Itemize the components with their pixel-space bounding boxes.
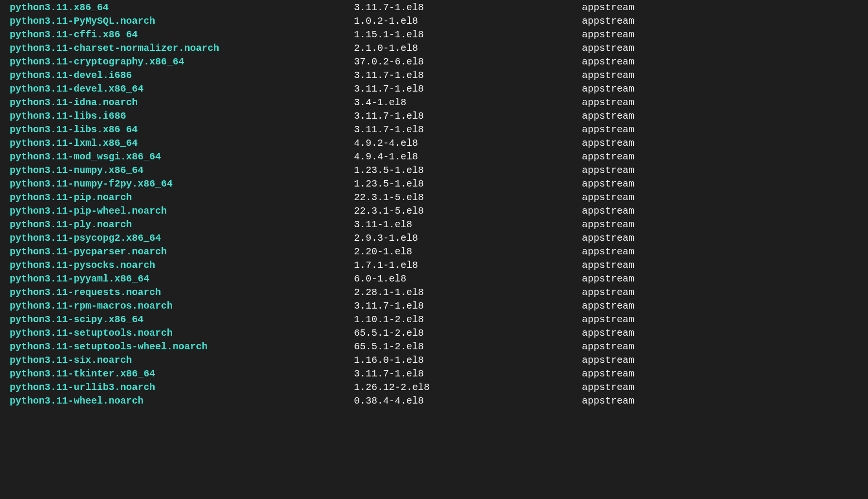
package-version: 1.10.1-2.el8 <box>354 313 582 327</box>
package-row: python3.11-pycparser.noarch2.20-1.el8app… <box>10 245 868 259</box>
package-repo: appstream <box>582 55 634 69</box>
package-name: python3.11-requests.noarch <box>10 286 354 299</box>
package-name: python3.11-pysocks.noarch <box>10 259 354 272</box>
package-version: 2.20-1.el8 <box>354 245 582 259</box>
package-row: python3.11-libs.i6863.11.7-1.el8appstrea… <box>10 109 868 123</box>
package-version: 1.15.1-1.el8 <box>354 28 582 42</box>
package-repo: appstream <box>582 137 634 150</box>
package-name: python3.11-tkinter.x86_64 <box>10 367 354 381</box>
package-row: python3.11-numpy.x86_641.23.5-1.el8appst… <box>10 164 868 177</box>
package-repo: appstream <box>582 340 634 354</box>
package-name: python3.11-libs.i686 <box>10 109 354 123</box>
package-repo: appstream <box>582 204 634 218</box>
package-name: python3.11-devel.x86_64 <box>10 82 354 96</box>
package-row: python3.11-pip-wheel.noarch22.3.1-5.el8a… <box>10 204 868 218</box>
package-repo: appstream <box>582 150 634 164</box>
package-row: python3.11-lxml.x86_644.9.2-4.el8appstre… <box>10 137 868 150</box>
package-name: python3.11-setuptools-wheel.noarch <box>10 340 354 354</box>
package-row: python3.11-ply.noarch3.11-1.el8appstream <box>10 218 868 232</box>
package-row: python3.11-numpy-f2py.x86_641.23.5-1.el8… <box>10 177 868 191</box>
package-name: python3.11-numpy-f2py.x86_64 <box>10 177 354 191</box>
package-name: python3.11-scipy.x86_64 <box>10 313 354 327</box>
package-version: 22.3.1-5.el8 <box>354 191 582 204</box>
package-name: python3.11-ply.noarch <box>10 218 354 232</box>
package-repo: appstream <box>582 42 634 55</box>
package-row: python3.11-cffi.x86_641.15.1-1.el8appstr… <box>10 28 868 42</box>
package-repo: appstream <box>582 1 634 15</box>
package-version: 65.5.1-2.el8 <box>354 327 582 340</box>
package-version: 3.11-1.el8 <box>354 218 582 232</box>
package-version: 6.0-1.el8 <box>354 272 582 286</box>
package-name: python3.11-setuptools.noarch <box>10 327 354 340</box>
package-repo: appstream <box>582 245 634 259</box>
package-row: python3.11-urllib3.noarch1.26.12-2.el8ap… <box>10 381 868 394</box>
package-name: python3.11-PyMySQL.noarch <box>10 15 354 28</box>
package-name: python3.11-six.noarch <box>10 354 354 367</box>
package-row: python3.11-six.noarch1.16.0-1.el8appstre… <box>10 354 868 367</box>
package-row: python3.11-requests.noarch2.28.1-1.el8ap… <box>10 286 868 299</box>
package-name: python3.11-idna.noarch <box>10 96 354 109</box>
package-row: python3.11-pyyaml.x86_646.0-1.el8appstre… <box>10 272 868 286</box>
package-name: python3.11-rpm-macros.noarch <box>10 299 354 313</box>
package-version: 3.4-1.el8 <box>354 96 582 109</box>
package-row: python3.11-devel.x86_643.11.7-1.el8appst… <box>10 82 868 96</box>
package-repo: appstream <box>582 109 634 123</box>
package-name: python3.11-mod_wsgi.x86_64 <box>10 150 354 164</box>
package-repo: appstream <box>582 123 634 137</box>
package-row: python3.11-devel.i6863.11.7-1.el8appstre… <box>10 69 868 82</box>
package-repo: appstream <box>582 272 634 286</box>
package-row: python3.11-pip.noarch22.3.1-5.el8appstre… <box>10 191 868 204</box>
package-row: python3.11-idna.noarch3.4-1.el8appstream <box>10 96 868 109</box>
package-row: python3.11-rpm-macros.noarch3.11.7-1.el8… <box>10 299 868 313</box>
package-version: 22.3.1-5.el8 <box>354 204 582 218</box>
package-row: python3.11-tkinter.x86_643.11.7-1.el8app… <box>10 367 868 381</box>
package-row: python3.11-cryptography.x86_6437.0.2-6.e… <box>10 55 868 69</box>
package-repo: appstream <box>582 191 634 204</box>
package-row: python3.11-libs.x86_643.11.7-1.el8appstr… <box>10 123 868 137</box>
package-repo: appstream <box>582 381 634 394</box>
package-name: python3.11-pip-wheel.noarch <box>10 204 354 218</box>
package-repo: appstream <box>582 327 634 340</box>
package-version: 4.9.2-4.el8 <box>354 137 582 150</box>
package-version: 1.0.2-1.el8 <box>354 15 582 28</box>
package-version: 3.11.7-1.el8 <box>354 367 582 381</box>
package-repo: appstream <box>582 286 634 299</box>
package-repo: appstream <box>582 82 634 96</box>
package-name: python3.11-urllib3.noarch <box>10 381 354 394</box>
package-version: 3.11.7-1.el8 <box>354 69 582 82</box>
package-row: python3.11-psycopg2.x86_642.9.3-1.el8app… <box>10 232 868 245</box>
package-version: 2.9.3-1.el8 <box>354 232 582 245</box>
package-repo: appstream <box>582 177 634 191</box>
package-repo: appstream <box>582 15 634 28</box>
package-name: python3.11-pip.noarch <box>10 191 354 204</box>
package-version: 1.16.0-1.el8 <box>354 354 582 367</box>
package-name: python3.11-devel.i686 <box>10 69 354 82</box>
package-name: python3.11-numpy.x86_64 <box>10 164 354 177</box>
package-repo: appstream <box>582 164 634 177</box>
package-row: python3.11-mod_wsgi.x86_644.9.4-1.el8app… <box>10 150 868 164</box>
package-version: 1.7.1-1.el8 <box>354 259 582 272</box>
package-version: 3.11.7-1.el8 <box>354 123 582 137</box>
package-repo: appstream <box>582 313 634 327</box>
package-row: python3.11-PyMySQL.noarch1.0.2-1.el8apps… <box>10 15 868 28</box>
package-repo: appstream <box>582 299 634 313</box>
package-repo: appstream <box>582 232 634 245</box>
package-name: python3.11.x86_64 <box>10 1 354 15</box>
package-version: 37.0.2-6.el8 <box>354 55 582 69</box>
package-version: 1.23.5-1.el8 <box>354 177 582 191</box>
package-version: 3.11.7-1.el8 <box>354 299 582 313</box>
package-row: python3.11-setuptools.noarch65.5.1-2.el8… <box>10 327 868 340</box>
package-row: python3.11-wheel.noarch0.38.4-4.el8appst… <box>10 394 868 408</box>
package-repo: appstream <box>582 394 634 408</box>
package-repo: appstream <box>582 96 634 109</box>
package-repo: appstream <box>582 354 634 367</box>
package-row: python3.11-pysocks.noarch1.7.1-1.el8apps… <box>10 259 868 272</box>
package-name: python3.11-libs.x86_64 <box>10 123 354 137</box>
package-row: python3.11.x86_643.11.7-1.el8appstream <box>10 1 868 15</box>
package-repo: appstream <box>582 28 634 42</box>
terminal-output: python3.11.x86_643.11.7-1.el8appstreampy… <box>0 0 868 408</box>
package-version: 4.9.4-1.el8 <box>354 150 582 164</box>
package-name: python3.11-psycopg2.x86_64 <box>10 232 354 245</box>
package-repo: appstream <box>582 367 634 381</box>
package-version: 65.5.1-2.el8 <box>354 340 582 354</box>
